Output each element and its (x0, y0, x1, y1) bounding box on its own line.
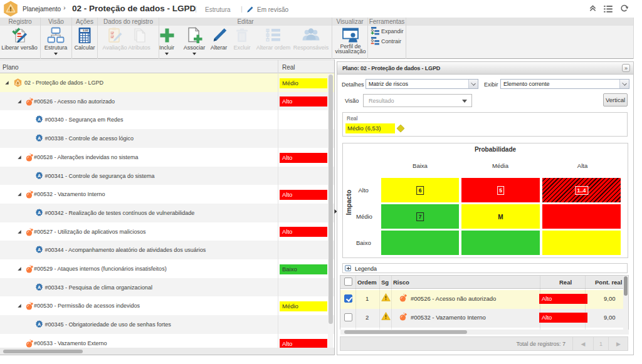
svg-text:A: A (38, 285, 41, 289)
svg-text:A: A (38, 136, 41, 140)
svg-text:A: A (38, 117, 41, 122)
svg-text:A: A (38, 322, 41, 326)
svg-text:A: A (38, 211, 41, 215)
svg-text:A: A (38, 173, 41, 177)
svg-text:A: A (38, 247, 41, 252)
